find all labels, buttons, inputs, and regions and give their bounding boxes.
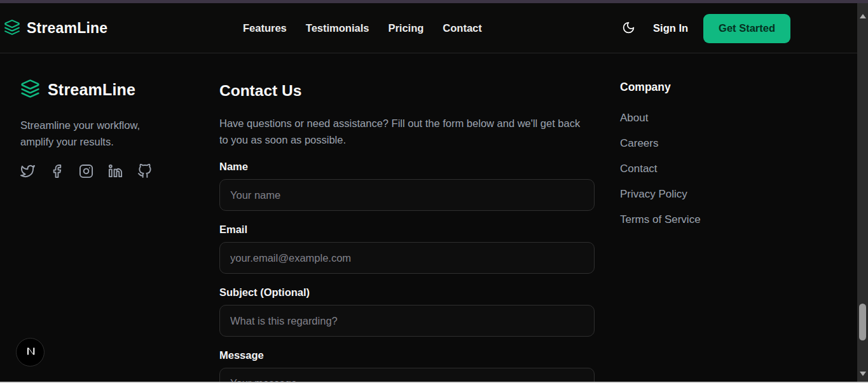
contact-title: Contact Us [219,82,595,100]
get-started-button[interactable]: Get Started [703,14,790,43]
list-item: Careers [620,137,701,150]
nav-link-contact[interactable]: Contact [443,22,481,34]
list-item: About [620,112,701,124]
subject-field-group: Subject (Optional) [219,286,595,337]
footer-tagline: Streamline your workflow, amplify your r… [20,118,163,150]
linkedin-icon[interactable] [108,164,123,178]
nav-link-testimonials[interactable]: Testimonials [306,22,369,34]
message-field-group: Message [219,349,595,383]
footer-brand-column: StreamLine Streamline your workflow, amp… [20,79,179,178]
scrollbar-thumb[interactable] [859,304,866,340]
layers-logo-icon [4,19,20,38]
layers-logo-icon [20,79,40,101]
scroll-up-arrow-icon[interactable] [857,11,868,22]
brand-name: StreamLine [27,20,107,37]
nav-link-features[interactable]: Features [243,22,287,34]
list-item: Terms of Service [620,213,701,226]
twitter-icon[interactable] [20,164,35,178]
footer-brand[interactable]: StreamLine [20,79,179,101]
subject-label: Subject (Optional) [219,286,595,299]
header-actions: Sign In Get Started [617,3,790,53]
sign-in-link[interactable]: Sign In [653,22,688,34]
list-item: Contact [620,163,701,175]
main-nav: Features Testimonials Pricing Contact [243,3,482,53]
company-title: Company [620,81,701,94]
facebook-icon[interactable] [50,164,64,178]
vertical-scrollbar[interactable] [857,3,868,382]
name-field-group: Name [219,161,595,211]
email-input[interactable] [219,242,595,274]
scroll-down-arrow-icon[interactable] [857,368,868,379]
message-textarea[interactable] [219,368,595,383]
moon-icon [622,21,635,36]
company-link-privacy-policy[interactable]: Privacy Policy [620,188,687,200]
brand-name: StreamLine [48,81,135,99]
list-item: Privacy Policy [620,188,701,201]
header-brand[interactable]: StreamLine [4,3,107,53]
contact-section: Contact Us Have questions or need assist… [219,82,595,383]
nextjs-devtools-badge[interactable] [16,338,45,366]
name-label: Name [219,161,595,173]
name-input[interactable] [219,179,595,211]
site-header: StreamLine Features Testimonials Pricing… [0,3,857,53]
message-label: Message [219,349,595,361]
company-links-column: Company About Careers Contact Privacy Po… [620,81,701,239]
nextjs-n-icon [23,344,38,361]
company-link-contact[interactable]: Contact [620,163,658,175]
company-link-about[interactable]: About [620,112,648,124]
email-field-group: Email [219,224,595,274]
company-link-list: About Careers Contact Privacy Policy Ter… [620,112,701,226]
instagram-icon[interactable] [79,164,93,178]
contact-description: Have questions or need assistance? Fill … [219,116,585,148]
subject-input[interactable] [219,305,595,337]
social-links [20,164,179,178]
company-link-terms-of-service[interactable]: Terms of Service [620,213,701,225]
github-icon[interactable] [137,164,152,178]
nav-link-pricing[interactable]: Pricing [388,22,424,34]
window-title-strip [0,0,868,3]
company-link-careers[interactable]: Careers [620,137,658,149]
email-label: Email [219,224,595,236]
theme-toggle-button[interactable] [617,18,639,39]
